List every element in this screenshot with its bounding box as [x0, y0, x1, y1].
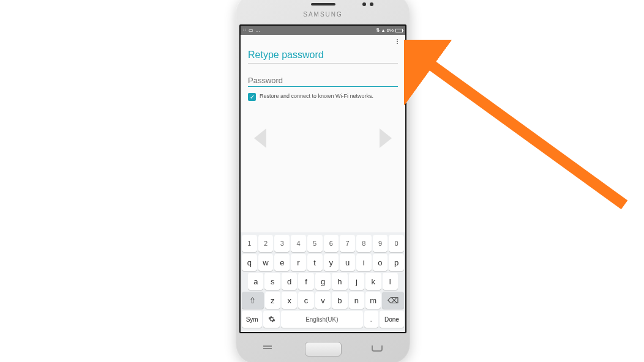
prev-arrow-icon[interactable]	[254, 128, 266, 148]
key-r[interactable]: r	[291, 254, 306, 271]
key-y[interactable]: y	[324, 254, 339, 271]
annotation-arrow-icon	[404, 40, 637, 223]
next-arrow-icon[interactable]	[380, 128, 392, 148]
key-sym[interactable]: Sym	[242, 311, 262, 328]
keyboard-row-bottom: Sym English(UK) . Done	[242, 311, 404, 328]
key-x[interactable]: x	[282, 292, 297, 309]
phone-frame: SAMSUNG ∷ ▭ … ⇅ ▴ 6% Retype password Pas…	[236, 0, 410, 362]
phone-speaker	[311, 3, 335, 6]
key-1[interactable]: 1	[242, 235, 257, 252]
key-done[interactable]: Done	[380, 311, 404, 328]
signal-icon: ▴	[382, 28, 384, 33]
key-i[interactable]: i	[356, 254, 372, 271]
battery-percent: 6%	[386, 28, 394, 33]
key-p[interactable]: p	[389, 254, 404, 271]
key-d[interactable]: d	[282, 273, 297, 290]
key-k[interactable]: k	[365, 273, 381, 290]
wifi-restore-row[interactable]: ✓ Restore and connect to known Wi-Fi net…	[248, 93, 398, 101]
app-header	[241, 35, 405, 46]
phone-sensors	[362, 2, 373, 6]
wizard-nav	[248, 128, 398, 148]
key-e[interactable]: e	[274, 254, 290, 271]
key-a[interactable]: a	[248, 273, 263, 290]
key-settings[interactable]	[263, 311, 280, 328]
key-6[interactable]: 6	[324, 235, 339, 252]
phone-brand-label: SAMSUNG	[303, 11, 343, 18]
password-field-label: Password	[248, 76, 398, 86]
key-v[interactable]: v	[315, 292, 331, 309]
key-0[interactable]: 0	[389, 235, 404, 252]
key-b[interactable]: b	[332, 292, 347, 309]
notification-icon: ▭	[249, 28, 253, 33]
back-capacitive-icon[interactable]	[372, 345, 383, 352]
key-q[interactable]: q	[242, 254, 257, 271]
key-backspace[interactable]: ⌫	[382, 292, 404, 309]
key-t[interactable]: t	[307, 254, 323, 271]
key-c[interactable]: c	[298, 292, 313, 309]
gear-icon	[268, 316, 275, 323]
status-more-icon: …	[255, 28, 260, 33]
key-s[interactable]: s	[264, 273, 280, 290]
key-3[interactable]: 3	[274, 235, 290, 252]
keyboard-row-numbers: 1 2 3 4 5 6 7 8 9 0	[242, 235, 404, 252]
overflow-menu-icon[interactable]	[393, 37, 402, 46]
content-area: Retype password Password ✓ Restore and c…	[241, 46, 405, 232]
key-n[interactable]: n	[349, 292, 364, 309]
home-button[interactable]	[305, 342, 342, 356]
status-bar: ∷ ▭ … ⇅ ▴ 6%	[241, 26, 405, 35]
key-2[interactable]: 2	[258, 235, 274, 252]
key-shift[interactable]: ⇧	[242, 292, 264, 309]
battery-icon	[395, 29, 403, 32]
recents-capacitive-icon[interactable]	[263, 345, 272, 352]
key-o[interactable]: o	[373, 254, 388, 271]
key-h[interactable]: h	[332, 273, 347, 290]
page-title: Retype password	[248, 50, 398, 64]
status-dots-icon: ∷	[243, 28, 247, 33]
key-7[interactable]: 7	[340, 235, 355, 252]
svg-line-0	[415, 53, 624, 205]
checkbox-checked-icon[interactable]: ✓	[248, 93, 256, 101]
key-u[interactable]: u	[340, 254, 355, 271]
key-8[interactable]: 8	[356, 235, 372, 252]
password-input[interactable]	[248, 86, 398, 87]
key-4[interactable]: 4	[291, 235, 306, 252]
on-screen-keyboard: 1 2 3 4 5 6 7 8 9 0 q w e r t y u i o	[241, 232, 405, 332]
keyboard-row-z: ⇧ z x c v b n m ⌫	[242, 292, 404, 309]
key-j[interactable]: j	[349, 273, 364, 290]
key-m[interactable]: m	[365, 292, 381, 309]
phone-screen: ∷ ▭ … ⇅ ▴ 6% Retype password Password ✓ …	[239, 24, 406, 333]
key-f[interactable]: f	[298, 273, 313, 290]
keyboard-row-q: q w e r t y u i o p	[242, 254, 404, 271]
data-icon: ⇅	[376, 28, 380, 33]
key-period[interactable]: .	[364, 311, 378, 328]
key-l[interactable]: l	[383, 273, 398, 290]
key-space[interactable]: English(UK)	[281, 311, 363, 328]
key-z[interactable]: z	[265, 292, 280, 309]
wifi-restore-label: Restore and connect to known Wi-Fi netwo…	[260, 93, 373, 99]
key-g[interactable]: g	[315, 273, 331, 290]
key-w[interactable]: w	[258, 254, 274, 271]
key-9[interactable]: 9	[373, 235, 388, 252]
keyboard-row-a: a s d f g h j k l	[242, 273, 404, 290]
key-5[interactable]: 5	[307, 235, 323, 252]
